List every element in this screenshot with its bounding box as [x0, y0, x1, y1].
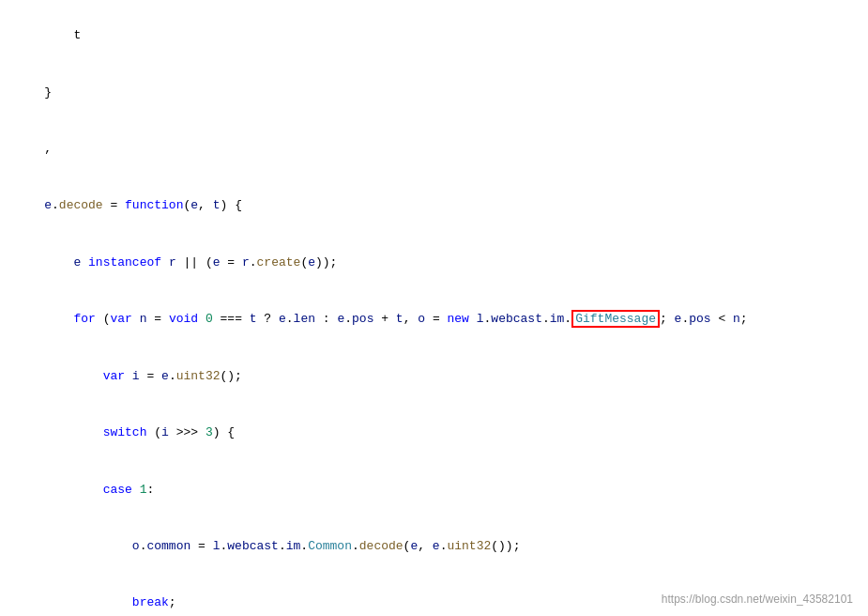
code-line-6: for (var n = void 0 === t ? e.len : e.po… — [15, 291, 853, 347]
code-line-7: var i = e.uint32(); — [15, 348, 853, 405]
code-line-10: o.common = l.webcast.im.Common.decode(e,… — [15, 518, 853, 575]
code-line-9: case 1: — [15, 461, 853, 517]
code-line-1: t — [15, 8, 853, 64]
code-line-2: } — [15, 64, 853, 120]
code-line-5: e instanceof r || (e = r.create(e)); — [15, 235, 853, 291]
code-container: t } , e.decode = function(e, t) { e inst… — [0, 0, 868, 616]
code-line-4: e.decode = function(e, t) { — [15, 177, 853, 234]
highlighted-term: GiftMessage — [571, 310, 660, 328]
watermark: https://blog.csdn.net/weixin_43582101 — [662, 591, 853, 608]
code-line-3: , — [15, 121, 853, 177]
code-line-8: switch (i >>> 3) { — [15, 405, 853, 461]
